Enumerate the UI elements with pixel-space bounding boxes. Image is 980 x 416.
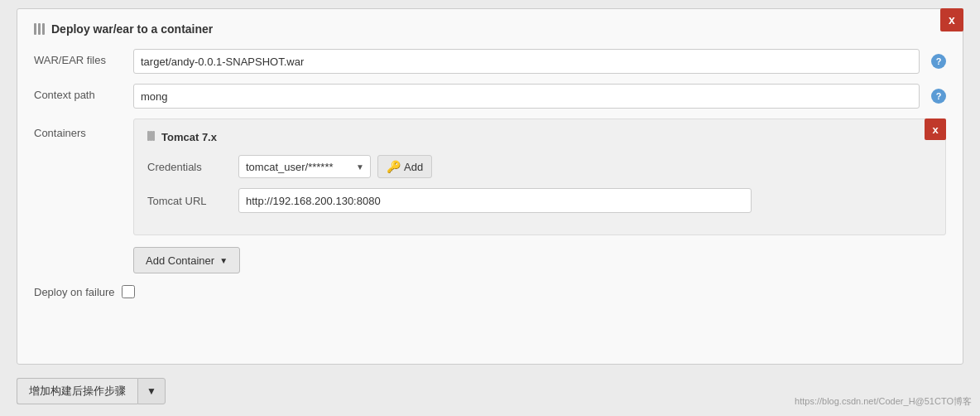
- war-ear-row: WAR/EAR files ?: [34, 49, 946, 74]
- context-path-control: ?: [133, 84, 946, 109]
- add-container-wrapper: Add Container ▼: [133, 244, 946, 273]
- post-build-label: 增加构建后操作步骤: [29, 384, 126, 399]
- add-container-button[interactable]: Add Container ▼: [133, 247, 240, 273]
- containers-area: x Tomcat 7.x Credentials tomcat_user/***…: [133, 119, 946, 273]
- main-panel: x Deploy war/ear to a container WAR/EAR …: [17, 8, 963, 365]
- watermark: https://blog.csdn.net/Coder_H@51CTO博客: [795, 395, 972, 408]
- credentials-label: Credentials: [147, 161, 238, 173]
- tomcat-url-input[interactable]: [238, 188, 752, 213]
- deploy-failure-label: Deploy on failure: [34, 286, 115, 298]
- context-path-label: Context path: [34, 84, 133, 101]
- credentials-select[interactable]: tomcat_user/******: [238, 155, 371, 178]
- add-container-arrow-icon: ▼: [219, 256, 228, 265]
- war-ear-input[interactable]: [133, 49, 920, 74]
- deploy-failure-checkbox[interactable]: [122, 285, 135, 298]
- tomcat-box-icon: [147, 131, 155, 143]
- add-container-label: Add Container: [146, 254, 214, 267]
- deploy-failure-row: Deploy on failure: [34, 285, 946, 298]
- post-build-dropdown-button[interactable]: ▼: [137, 378, 166, 404]
- context-path-input[interactable]: [133, 84, 920, 109]
- panel-header-icon: [34, 23, 45, 35]
- add-credentials-button[interactable]: 🔑 Add: [377, 155, 432, 178]
- credentials-control: tomcat_user/****** ▼ 🔑 Add: [238, 155, 432, 178]
- add-credentials-label: Add: [404, 161, 423, 173]
- war-ear-control: ?: [133, 49, 946, 74]
- context-path-row: Context path ?: [34, 84, 946, 109]
- containers-label: Containers: [34, 119, 133, 139]
- page-wrapper: x Deploy war/ear to a container WAR/EAR …: [0, 0, 980, 416]
- tomcat-container-box: x Tomcat 7.x Credentials tomcat_user/***…: [133, 119, 946, 235]
- tomcat-box-header: Tomcat 7.x: [147, 131, 932, 143]
- tomcat-title: Tomcat 7.x: [161, 131, 217, 143]
- tomcat-close-button[interactable]: x: [925, 119, 946, 140]
- credentials-select-wrapper: tomcat_user/****** ▼: [238, 155, 371, 178]
- post-build-dropdown-arrow-icon: ▼: [147, 385, 156, 397]
- post-build-button[interactable]: 增加构建后操作步骤: [17, 378, 137, 404]
- war-ear-label: WAR/EAR files: [34, 49, 133, 66]
- panel-title: Deploy war/ear to a container: [51, 22, 213, 36]
- war-ear-help-icon[interactable]: ?: [931, 54, 946, 69]
- containers-row: Containers x Tomcat 7.x Credentials: [34, 119, 946, 273]
- tomcat-url-control: [238, 188, 752, 213]
- tomcat-url-row: Tomcat URL: [147, 188, 932, 213]
- panel-close-button[interactable]: x: [940, 8, 963, 31]
- context-path-help-icon[interactable]: ?: [931, 89, 946, 104]
- key-icon: 🔑: [387, 160, 401, 173]
- credentials-row: Credentials tomcat_user/****** ▼ 🔑 Add: [147, 155, 932, 178]
- panel-header: Deploy war/ear to a container: [34, 22, 946, 36]
- tomcat-url-label: Tomcat URL: [147, 195, 238, 207]
